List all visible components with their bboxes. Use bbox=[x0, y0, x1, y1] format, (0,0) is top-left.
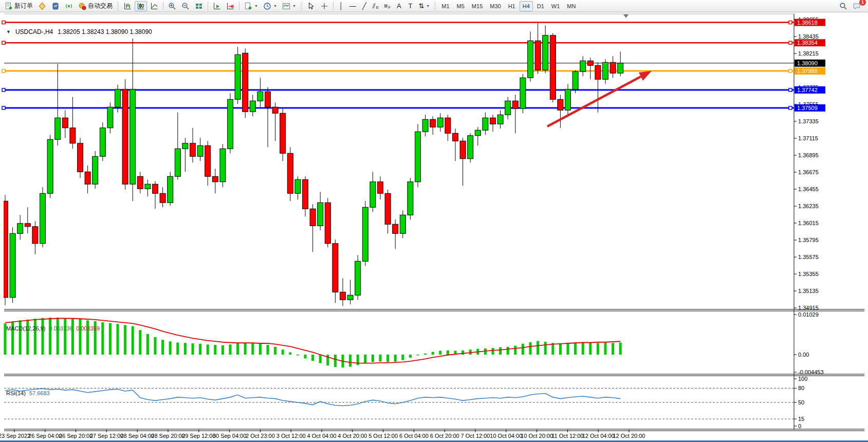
fibonacci-tool-button[interactable]: ≡F bbox=[382, 1, 393, 11]
equidistant-channel-tool-button[interactable]: ⫽E bbox=[371, 1, 381, 11]
candle bbox=[422, 115, 428, 136]
macd-bar bbox=[124, 325, 126, 355]
timeframe-button-w1[interactable]: W1 bbox=[548, 1, 563, 11]
macd-bar bbox=[582, 342, 584, 355]
macd-bar bbox=[604, 343, 607, 355]
line-handle[interactable] bbox=[789, 41, 792, 44]
tile-windows-icon bbox=[195, 2, 203, 10]
tool-sub-label: E bbox=[376, 5, 379, 10]
new-order-label: 新订单 bbox=[14, 2, 33, 10]
line-handle[interactable] bbox=[2, 21, 5, 24]
bar-chart-button[interactable] bbox=[121, 1, 134, 11]
autotrading-label: 自动交易 bbox=[88, 2, 113, 10]
line-handle[interactable] bbox=[2, 88, 5, 91]
macd-bar bbox=[522, 344, 524, 355]
profiles-button[interactable]: ▼ bbox=[261, 1, 279, 11]
candle bbox=[32, 221, 38, 254]
macd-panel: 0.010290.00-0.004453 bbox=[4, 311, 824, 375]
profiles-clock-icon bbox=[263, 2, 271, 10]
candle bbox=[385, 190, 391, 234]
timeframe-button-h4[interactable]: H4 bbox=[520, 1, 533, 11]
macd-bar bbox=[221, 345, 224, 355]
autotrading-button[interactable]: 自动交易 bbox=[76, 1, 115, 11]
candle bbox=[430, 116, 436, 135]
dropdown-caret: ▼ bbox=[292, 4, 296, 8]
candle bbox=[10, 227, 15, 303]
timeframe-button-m15[interactable]: M15 bbox=[469, 1, 486, 11]
line-handle[interactable] bbox=[789, 21, 792, 24]
arrows-tool-button[interactable]: ⇅▼ bbox=[416, 1, 432, 11]
gold-badge-icon bbox=[38, 2, 46, 10]
cursor-tool-button[interactable] bbox=[305, 1, 317, 11]
timeframe-button-mn[interactable]: MN bbox=[564, 1, 579, 11]
timeframe-group: M1M5M15M30H1H4D1W1MN bbox=[438, 1, 579, 11]
toolbar-separator bbox=[239, 2, 239, 10]
mql-community-button[interactable] bbox=[36, 1, 48, 11]
candle bbox=[265, 87, 271, 147]
fibonacci-tool-icon: ≡ bbox=[384, 3, 388, 9]
line-handle[interactable] bbox=[789, 69, 792, 72]
macd-bar bbox=[619, 343, 622, 355]
signals-icon bbox=[65, 2, 73, 10]
chart-ohlc-values: 1.38205 1.38243 1.38090 1.38090 bbox=[58, 28, 152, 35]
price-line-labels: 1.386181.383541.380901.379881.377421.375… bbox=[795, 19, 825, 112]
time-axis[interactable]: 23 Sep 202226 Sep 04:0026 Sep 20:0027 Se… bbox=[0, 430, 645, 439]
line-chart-button[interactable] bbox=[148, 1, 160, 11]
chevron-down-icon[interactable]: ▼ bbox=[6, 29, 11, 34]
new-chart-button[interactable]: ▼ bbox=[242, 1, 260, 11]
rsi-name: RSI(14) bbox=[6, 390, 26, 396]
line-handle[interactable] bbox=[789, 88, 792, 91]
candle bbox=[280, 108, 286, 161]
toolbar-separator bbox=[208, 2, 208, 10]
svg-text:1.36895: 1.36895 bbox=[798, 152, 819, 158]
horizontal-line-tool-button[interactable]: — bbox=[347, 1, 358, 11]
search-button[interactable] bbox=[837, 1, 849, 11]
timeframe-button-m5[interactable]: M5 bbox=[454, 1, 468, 11]
candle bbox=[528, 31, 533, 82]
timeframe-button-m1[interactable]: M1 bbox=[438, 1, 452, 11]
svg-text:26 Sep 04:00: 26 Sep 04:00 bbox=[28, 433, 62, 439]
price-chart-svg[interactable]: 1.386551.384351.382151.379951.377751.375… bbox=[0, 13, 868, 440]
candlestick-chart-button[interactable] bbox=[135, 1, 147, 11]
auto-scroll-button[interactable] bbox=[211, 1, 223, 11]
zoom-out-button[interactable] bbox=[179, 1, 192, 11]
new-order-icon bbox=[5, 2, 13, 10]
candle bbox=[400, 210, 405, 238]
macd-bar bbox=[146, 334, 149, 355]
vertical-line-tool-button[interactable]: │ bbox=[336, 1, 346, 11]
indicators-button[interactable]: ▼ bbox=[280, 1, 298, 11]
line-handle[interactable] bbox=[2, 69, 5, 72]
candle bbox=[137, 172, 143, 193]
svg-text:0.00: 0.00 bbox=[798, 352, 809, 358]
timeframe-button-m30[interactable]: M30 bbox=[487, 1, 504, 11]
zoom-in-button[interactable] bbox=[166, 1, 178, 11]
candle bbox=[153, 181, 158, 209]
new-order-button[interactable]: 新订单 bbox=[3, 1, 35, 11]
chart-shift-marker[interactable] bbox=[623, 14, 629, 18]
line-handle[interactable] bbox=[2, 41, 5, 44]
timeframe-button-d1[interactable]: D1 bbox=[534, 1, 547, 11]
candle bbox=[347, 280, 353, 304]
macd-bar bbox=[109, 323, 112, 355]
timeframe-button-h1[interactable]: H1 bbox=[505, 1, 519, 11]
chart-shift-button[interactable] bbox=[224, 1, 236, 11]
mobile-terminal-button[interactable] bbox=[49, 1, 62, 11]
line-handle[interactable] bbox=[789, 106, 792, 109]
text-label-tool-button[interactable]: T bbox=[405, 1, 415, 11]
signals-button[interactable] bbox=[63, 1, 75, 11]
main-toolbar: 新订单 自动交易 bbox=[0, 0, 868, 12]
trendline-tool-button[interactable]: ╱ bbox=[359, 1, 370, 11]
svg-text:1.35795: 1.35795 bbox=[798, 237, 819, 243]
chat-button[interactable]: 1 bbox=[851, 1, 863, 11]
candle bbox=[393, 219, 398, 249]
crosshair-tool-button[interactable] bbox=[318, 1, 330, 11]
svg-text:30 Sep 04:00: 30 Sep 04:00 bbox=[213, 433, 246, 439]
text-tool-button[interactable]: A bbox=[394, 1, 404, 11]
candle bbox=[408, 178, 413, 219]
line-handle[interactable] bbox=[2, 106, 5, 109]
candle bbox=[512, 95, 518, 133]
tile-windows-button[interactable] bbox=[193, 1, 205, 11]
vertical-line-tool-icon: │ bbox=[339, 3, 343, 9]
candle bbox=[618, 51, 623, 76]
svg-text:10 Oct 20:00: 10 Oct 20:00 bbox=[521, 433, 553, 439]
